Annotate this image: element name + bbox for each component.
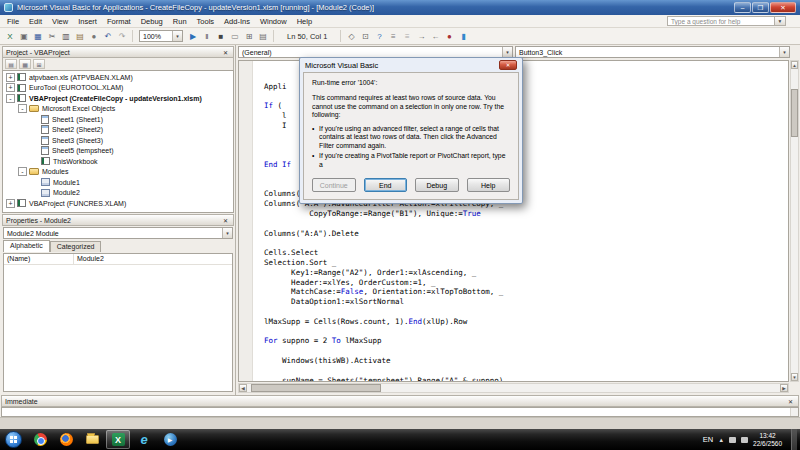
indent-icon[interactable]: → bbox=[414, 29, 428, 43]
menu-view[interactable]: View bbox=[47, 17, 73, 26]
insert-object-icon[interactable]: ▣ bbox=[17, 29, 31, 43]
menu-window[interactable]: Window bbox=[255, 17, 292, 26]
find-icon[interactable]: ● bbox=[87, 29, 101, 43]
tree-item[interactable]: Sheet1 (Sheet1) bbox=[3, 114, 233, 125]
copy-icon[interactable]: ▥ bbox=[59, 29, 73, 43]
start-button[interactable] bbox=[5, 431, 22, 448]
collapse-icon[interactable]: - bbox=[18, 167, 27, 176]
breakpoint-margin[interactable] bbox=[239, 61, 253, 381]
tree-item[interactable]: +EuroTool (EUROTOOL.XLAM) bbox=[3, 83, 233, 94]
scroll-up-icon[interactable]: ▲ bbox=[791, 61, 798, 69]
show-desktop-button[interactable] bbox=[791, 429, 797, 450]
view-code-icon[interactable]: ▤ bbox=[5, 59, 17, 69]
help-search-dropdown-icon[interactable]: ▾ bbox=[775, 16, 786, 26]
tree-item[interactable]: Module2 bbox=[3, 188, 233, 199]
taskbar-internet-explorer-icon[interactable]: e bbox=[132, 430, 156, 449]
paste-icon[interactable]: ▤ bbox=[73, 29, 87, 43]
view-object-icon[interactable]: ▦ bbox=[19, 59, 31, 69]
property-row[interactable]: (Name)Module2 bbox=[4, 254, 232, 265]
tree-item[interactable]: +atpvbaen.xls (ATPVBAEN.XLAM) bbox=[3, 72, 233, 83]
properties-window-icon[interactable]: ▤ bbox=[256, 29, 270, 43]
maximize-button[interactable]: ❐ bbox=[752, 2, 769, 13]
chevron-down-icon[interactable]: ▾ bbox=[779, 47, 789, 57]
run-icon[interactable]: ▶ bbox=[186, 29, 200, 43]
procedure-dropdown[interactable]: Button3_Click ▾ bbox=[515, 46, 790, 58]
tree-item[interactable]: -Microsoft Excel Objects bbox=[3, 104, 233, 115]
taskbar-excel-icon[interactable]: X bbox=[106, 430, 130, 449]
expand-icon[interactable]: + bbox=[6, 199, 15, 208]
tree-item[interactable]: -VBAProject (CreateFileCopy - updateVers… bbox=[3, 93, 233, 104]
tree-item[interactable]: Module1 bbox=[3, 177, 233, 188]
close-icon[interactable]: ✕ bbox=[221, 217, 230, 224]
menu-addins[interactable]: Add-Ins bbox=[219, 17, 255, 26]
design-mode-icon[interactable]: ▭ bbox=[228, 29, 242, 43]
collapse-icon[interactable]: - bbox=[6, 94, 15, 103]
close-button[interactable]: ✕ bbox=[770, 2, 796, 13]
network-icon[interactable] bbox=[729, 437, 736, 443]
close-icon[interactable]: ✕ bbox=[786, 398, 795, 405]
help-button[interactable]: Help bbox=[467, 178, 511, 192]
vertical-scrollbar[interactable]: ▲ ▼ bbox=[790, 60, 799, 382]
end-button[interactable]: End bbox=[364, 178, 408, 192]
reset-icon[interactable]: ■ bbox=[214, 29, 228, 43]
debug-button[interactable]: Debug bbox=[415, 178, 459, 192]
immediate-body[interactable] bbox=[1, 407, 799, 417]
menu-insert[interactable]: Insert bbox=[73, 17, 102, 26]
close-icon[interactable]: ✕ bbox=[221, 49, 230, 56]
language-indicator[interactable]: EN bbox=[703, 435, 713, 444]
help-search-input[interactable]: Type a question for help bbox=[667, 16, 775, 26]
toggle-folders-icon[interactable]: ⊞ bbox=[33, 59, 45, 69]
hidden-icons-icon[interactable]: ▲ bbox=[718, 437, 724, 443]
menu-file[interactable]: File bbox=[2, 17, 24, 26]
expand-icon[interactable]: + bbox=[6, 83, 15, 92]
tab-categorized[interactable]: Categorized bbox=[50, 241, 102, 252]
menu-help[interactable]: Help bbox=[292, 17, 317, 26]
outdent-icon[interactable]: ← bbox=[428, 29, 442, 43]
uncomment-block-icon[interactable]: ≡ bbox=[400, 29, 414, 43]
zoom-combo[interactable]: 100%▾ bbox=[139, 30, 183, 42]
menu-format[interactable]: Format bbox=[102, 17, 136, 26]
menu-debug[interactable]: Debug bbox=[136, 17, 168, 26]
tree-item[interactable]: -Modules bbox=[3, 167, 233, 178]
help-icon[interactable]: ? bbox=[372, 29, 386, 43]
tree-item[interactable]: Sheet2 (Sheet2) bbox=[3, 125, 233, 136]
tree-item[interactable]: Sheet3 (Sheet3) bbox=[3, 135, 233, 146]
menu-run[interactable]: Run bbox=[168, 17, 192, 26]
chevron-down-icon[interactable]: ▾ bbox=[502, 47, 512, 57]
menu-tools[interactable]: Tools bbox=[192, 17, 220, 26]
toggle-breakpoint-icon[interactable]: ● bbox=[442, 29, 456, 43]
comment-block-icon[interactable]: ≡ bbox=[386, 29, 400, 43]
menu-edit[interactable]: Edit bbox=[24, 17, 47, 26]
immediate-scrollbar[interactable] bbox=[790, 408, 798, 416]
horizontal-scrollbar[interactable]: ◀ ▶ bbox=[238, 383, 789, 393]
tab-alphabetic[interactable]: Alphabetic bbox=[3, 240, 50, 252]
collapse-icon[interactable]: - bbox=[18, 104, 27, 113]
view-microsoft-excel-icon[interactable]: X bbox=[3, 29, 17, 43]
taskbar-windows-explorer-icon[interactable] bbox=[80, 430, 104, 449]
scroll-down-icon[interactable]: ▼ bbox=[791, 373, 798, 381]
chevron-down-icon[interactable]: ▾ bbox=[172, 31, 182, 41]
redo-icon[interactable]: ↷ bbox=[115, 29, 129, 43]
taskbar-media-player-icon[interactable]: ▶ bbox=[158, 430, 182, 449]
taskbar-chrome-icon[interactable] bbox=[28, 430, 52, 449]
tree-item[interactable]: Sheet5 (tempsheet) bbox=[3, 146, 233, 157]
taskbar-firefox-icon[interactable] bbox=[54, 430, 78, 449]
object-browser-icon[interactable]: ◇ bbox=[344, 29, 358, 43]
undo-icon[interactable]: ↶ bbox=[101, 29, 115, 43]
expand-icon[interactable]: + bbox=[6, 73, 15, 82]
clock[interactable]: 13:42 22/6/2560 bbox=[753, 432, 782, 448]
object-selector-combo[interactable]: Module2 Module ▾ bbox=[3, 227, 233, 239]
project-explorer-icon[interactable]: ⊞ bbox=[242, 29, 256, 43]
toolbox-icon[interactable]: ⊡ bbox=[358, 29, 372, 43]
scroll-left-icon[interactable]: ◀ bbox=[239, 384, 247, 392]
tree-item[interactable]: +VBAProject (FUNCRES.XLAM) bbox=[3, 198, 233, 209]
volume-icon[interactable] bbox=[741, 437, 748, 443]
scrollbar-thumb[interactable] bbox=[251, 384, 381, 392]
minimize-button[interactable]: – bbox=[734, 2, 751, 13]
scroll-right-icon[interactable]: ▶ bbox=[780, 384, 788, 392]
save-icon[interactable]: ▦ bbox=[31, 29, 45, 43]
tree-item[interactable]: ThisWorkbook bbox=[3, 156, 233, 167]
bookmark-icon[interactable]: ▮ bbox=[456, 29, 470, 43]
dialog-close-button[interactable]: ✕ bbox=[499, 60, 517, 70]
scrollbar-thumb[interactable] bbox=[791, 89, 798, 137]
